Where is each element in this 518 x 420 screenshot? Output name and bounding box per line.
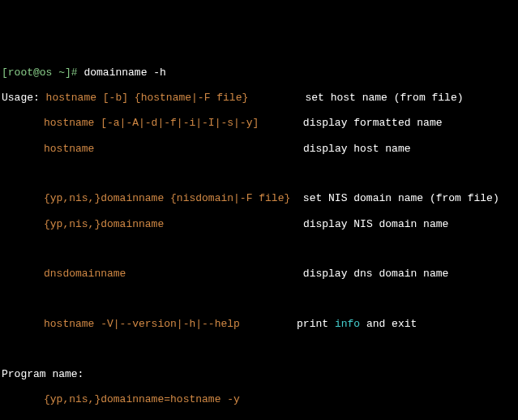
terminal-output: [root@os ~]# domainname -h Usage: hostna… — [2, 54, 516, 420]
usage-desc: display NIS domain name — [303, 218, 448, 230]
usage-opt: hostname [-a|-A|-d|-f|-i|-I|-s|-y] — [44, 117, 259, 129]
usage-desc: display host name — [303, 143, 411, 155]
usage-line-3: hostname display host name — [2, 143, 516, 156]
progname-header: Program name: — [2, 368, 516, 381]
blank-line — [2, 168, 516, 180]
blank-line — [2, 293, 516, 305]
usage-opt: {yp,nis,}domainname — [44, 218, 164, 230]
prompt-command: domainname -h — [83, 66, 165, 79]
usage-line-6: dnsdomainname display dns domain name — [2, 268, 516, 281]
blank-line — [2, 343, 516, 355]
prompt-line: [root@os ~]# domainname -h — [2, 66, 516, 79]
progname-text: {yp,nis,}domainname=hostname -y — [44, 393, 240, 405]
usage-desc: print — [297, 318, 335, 330]
info-keyword: info — [335, 318, 360, 330]
usage-prefix: Usage: — [2, 92, 46, 104]
usage-line-4: {yp,nis,}domainname {nisdomain|-F file} … — [2, 192, 516, 205]
usage-desc: display dns domain name — [303, 268, 448, 280]
usage-desc: set NIS domain name (from file) — [303, 192, 499, 204]
usage-line-5: {yp,nis,}domainname display NIS domain n… — [2, 218, 516, 231]
usage-opt: hostname [-b] {hostname|-F file} — [46, 92, 249, 104]
usage-desc: and exit — [360, 318, 417, 330]
usage-desc: display formatted name — [303, 117, 443, 129]
usage-line-7: hostname -V|--version|-h|--help print in… — [2, 318, 516, 331]
usage-opt: hostname -V|--version|-h|--help — [44, 318, 240, 330]
progname-line-1: {yp,nis,}domainname=hostname -y — [2, 393, 516, 406]
usage-line-2: hostname [-a|-A|-d|-f|-i|-I|-s|-y] displ… — [2, 117, 516, 130]
prompt-user-host: [root@os ~]# — [2, 66, 83, 79]
usage-line-1: Usage: hostname [-b] {hostname|-F file} … — [2, 92, 516, 105]
usage-opt: hostname — [44, 143, 94, 155]
usage-opt: dnsdomainname — [44, 268, 126, 280]
usage-opt: {yp,nis,}domainname {nisdomain|-F file} — [44, 192, 290, 204]
blank-line — [2, 243, 516, 255]
usage-desc: set host name (from file) — [305, 92, 463, 104]
